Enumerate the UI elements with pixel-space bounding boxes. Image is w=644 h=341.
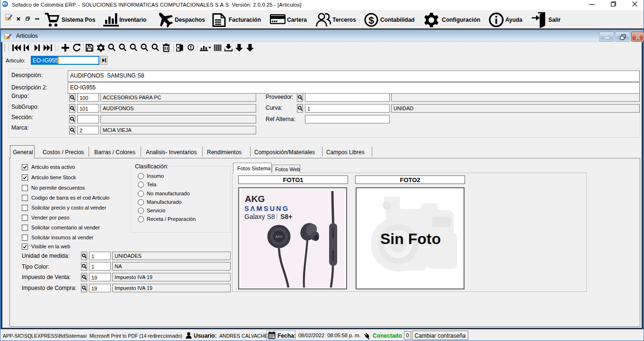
svg-text:AKG: AKG (245, 194, 265, 204)
svg-text:SΛMSUNG: SΛMSUNG (244, 205, 289, 212)
svg-text:Sin Foto: Sin Foto (380, 230, 441, 247)
svg-text:S8+: S8+ (280, 213, 292, 220)
svg-text:AKG: AKG (276, 235, 283, 238)
svg-text:Galaxy S8: Galaxy S8 (244, 213, 275, 220)
svg-text:s: s (4, 2, 6, 7)
svg-text:$: $ (368, 15, 374, 26)
